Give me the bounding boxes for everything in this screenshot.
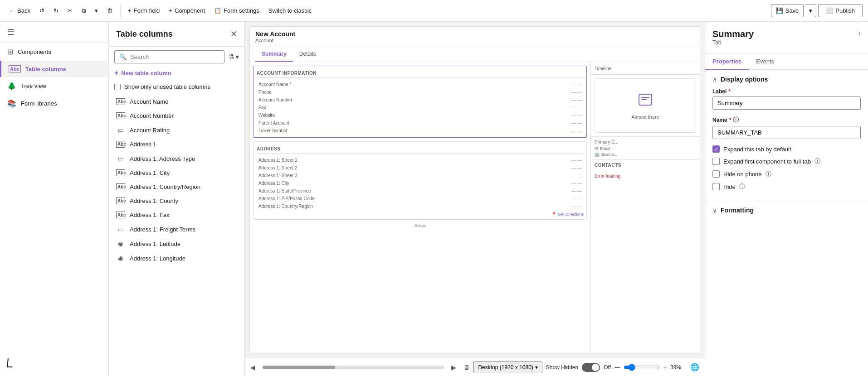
tab-summary[interactable]: Summary [255, 47, 293, 62]
zoom-slider[interactable] [624, 364, 660, 371]
plus-icon2: + [169, 7, 172, 14]
list-item[interactable]: ▭ Account Rating [109, 123, 244, 137]
globe-button[interactable]: 🌐 [690, 363, 699, 371]
list-item[interactable]: Abc Address 1: Country/Region [109, 180, 244, 194]
show-unused-checkbox[interactable] [114, 84, 121, 90]
back-button[interactable]: ← Back [5, 5, 34, 16]
field-label: Phone [258, 90, 571, 95]
save-button[interactable]: 💾 Save [771, 4, 804, 17]
save-dropdown-button[interactable]: ▾ [805, 4, 816, 17]
name-input[interactable] [712, 126, 861, 139]
list-item[interactable]: Abc Address 1: City [109, 166, 244, 180]
column-name: Address 1: Address Type [130, 155, 195, 162]
scroll-left-button[interactable]: ◀ [250, 364, 255, 371]
hide-on-phone-checkbox[interactable] [712, 170, 720, 178]
device-label: Desktop (1920 x 1080) [478, 364, 533, 371]
hide-on-phone-info-icon[interactable]: ⓘ [766, 170, 771, 178]
new-table-column-button[interactable]: + New table column [109, 65, 244, 81]
filter-dropdown-button[interactable]: ▾ [235, 53, 239, 61]
tab-events[interactable]: Events [749, 53, 781, 70]
list-item[interactable]: Abc Address 1 [109, 137, 244, 151]
cut-button[interactable]: ✂ [64, 5, 76, 16]
hamburger-menu-button[interactable]: ☰ [7, 27, 15, 37]
field-label: Address 1: City [258, 181, 571, 186]
plus-icon: + [128, 7, 132, 14]
add-form-field-button[interactable]: + Form field [124, 5, 163, 16]
expand-first-checkbox[interactable] [712, 158, 720, 165]
list-item[interactable]: Abc Address 1: Fax [109, 208, 244, 222]
publish-button[interactable]: ⬜ Publish [818, 4, 863, 17]
field-dots: — — [571, 121, 582, 125]
expand-first-field[interactable]: Expand first component to full tab ⓘ [712, 157, 861, 165]
label-input[interactable] [712, 96, 861, 110]
tab-properties[interactable]: Properties [705, 53, 749, 70]
column-name: Address 1: Latitude [130, 241, 180, 247]
abc-icon: Abc [116, 141, 125, 148]
form-libraries-icon: 📚 [7, 99, 16, 108]
expand-tab-checkbox[interactable] [712, 145, 720, 153]
display-options-toggle[interactable]: ∧ Display options [712, 76, 861, 83]
cut-icon: ✂ [68, 7, 73, 14]
label-field-label: Label * [712, 88, 861, 95]
switch-classic-button[interactable]: Switch to classic [265, 5, 315, 16]
form-preview-subtitle: Account [255, 38, 694, 43]
publish-icon: ⬜ [826, 7, 833, 14]
sidebar-item-table-columns[interactable]: Abc Table columns [0, 61, 108, 77]
tree-view-icon: 🌲 [7, 82, 16, 90]
field-row: Address 1: ZIP/Postal Code — — [257, 195, 584, 202]
copy-dropdown-button[interactable]: ▾ [91, 5, 102, 16]
scrollbar-track[interactable] [263, 366, 444, 369]
redo-icon: ↻ [54, 7, 59, 14]
columns-panel-header: Table columns ✕ [109, 22, 244, 47]
right-panel-close-button[interactable]: › [858, 29, 861, 37]
hide-on-phone-field[interactable]: Hide on phone ⓘ [712, 170, 861, 178]
list-item[interactable]: Abc Account Number [109, 109, 244, 123]
search-input[interactable] [130, 53, 219, 60]
hide-info-icon[interactable]: ⓘ [739, 183, 745, 191]
form-preview-header: New Account Account [250, 27, 700, 47]
field-dots: — — [571, 188, 582, 193]
expand-tab-field[interactable]: Expand this tab by default [712, 145, 861, 153]
close-columns-panel-button[interactable]: ✕ [230, 29, 237, 39]
field-row: Ticker Symbol — — [257, 127, 584, 135]
columns-list: Abc Account Name Abc Account Number ▭ Ac… [109, 93, 244, 376]
sidebar-item-components[interactable]: ⊞ Components [0, 43, 108, 61]
tab-details[interactable]: Details [293, 47, 322, 62]
redo-button[interactable]: ↻ [50, 5, 62, 16]
get-directions-link[interactable]: 📍 Get Directions [257, 212, 584, 217]
list-item[interactable]: ▭ Address 1: Freight Terms [109, 222, 244, 236]
list-item[interactable]: ◉ Address 1: Longitude [109, 251, 244, 265]
scroll-right-button[interactable]: ▶ [451, 364, 456, 371]
right-panel-subtitle: Tab [712, 39, 754, 46]
undo-button[interactable]: ↺ [36, 5, 48, 16]
add-component-button[interactable]: + Component [165, 5, 209, 16]
sidebar-item-tree-view[interactable]: 🌲 Tree view [0, 77, 108, 95]
delete-button[interactable]: 🗑 [103, 5, 117, 16]
get-directions-label: Get Directions [558, 212, 584, 217]
field-row: Address 1: State/Province — — [257, 187, 584, 195]
name-info-icon[interactable]: ⓘ [733, 116, 739, 124]
field-dots: — — [571, 173, 582, 178]
list-item[interactable]: ◉ Address 1: Latitude [109, 236, 244, 251]
field-dots: — — [571, 158, 582, 163]
hide-checkbox[interactable] [712, 183, 720, 190]
list-item[interactable]: Abc Address 1: County [109, 194, 244, 208]
field-row: Address 1: Country/Region — — [257, 202, 584, 210]
formatting-toggle[interactable]: ∨ Formatting [712, 207, 861, 214]
show-hidden-toggle[interactable] [582, 363, 600, 372]
hide-field[interactable]: Hide ⓘ [712, 183, 861, 191]
list-item[interactable]: ▭ Address 1: Address Type [109, 151, 244, 166]
toolbar-right: 💾 Save ▾ ⬜ Publish [771, 4, 863, 17]
list-item[interactable]: Abc Account Name [109, 95, 244, 109]
sidebar-item-form-libraries[interactable]: 📚 Form libraries [0, 95, 108, 112]
filter-button[interactable]: ⚗ [228, 53, 234, 61]
expand-first-info-icon[interactable]: ⓘ [814, 157, 820, 165]
field-dots: — — [571, 82, 582, 87]
copy-button[interactable]: ⧉ [78, 5, 89, 16]
form-left: ACCOUNT INFORMATION Account Name * — — P… [250, 62, 591, 352]
form-settings-button[interactable]: 📋 Form settings [210, 5, 263, 16]
display-options-title: Display options [721, 76, 768, 83]
device-selector-button[interactable]: Desktop (1920 x 1080) ▾ [473, 362, 542, 373]
save-icon: 💾 [776, 7, 783, 14]
column-name: Address 1 [130, 141, 156, 148]
